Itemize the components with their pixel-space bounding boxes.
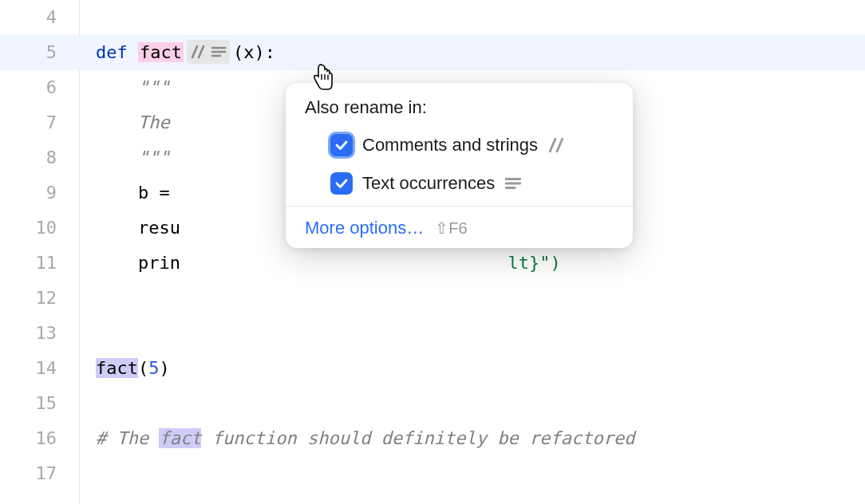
- code-text: resu: [138, 218, 180, 238]
- docstring-quote: """: [138, 77, 170, 97]
- code-line[interactable]: # The fact function should definitely be…: [96, 421, 865, 456]
- line-number: 10: [0, 211, 57, 246]
- shortcut-hint: ⇧F6: [435, 219, 467, 238]
- checkbox-text-occurrences[interactable]: [330, 172, 353, 195]
- code-text: b =: [138, 183, 180, 203]
- rename-inline-options[interactable]: [187, 40, 230, 64]
- code-line[interactable]: [96, 281, 865, 316]
- code-text: prin: [138, 253, 180, 273]
- line-number-gutter: 4 5 6 7 8 9 10 11 12 13 14 15 16 17: [0, 0, 80, 504]
- code-line[interactable]: [96, 0, 865, 35]
- comment-text: # The: [96, 428, 159, 448]
- line-number: 5: [0, 35, 57, 70]
- popup-title: Also rename in:: [286, 97, 633, 129]
- docstring-text: The: [138, 112, 170, 132]
- popup-option-text-occurrences[interactable]: Text occurrences: [286, 167, 633, 199]
- comment-slash-icon: [190, 45, 206, 59]
- line-number: 14: [0, 351, 57, 386]
- popup-option-label: Text occurrences: [362, 173, 495, 194]
- comment-slash-icon: [547, 137, 565, 153]
- check-icon: [334, 138, 349, 152]
- code-line[interactable]: [96, 316, 865, 351]
- code-line[interactable]: prinXXXXXXXXXXXXXXXXXXXXXXXXXXXXXXXlt}"): [96, 246, 865, 281]
- number-literal: 5: [148, 358, 159, 378]
- call-close: ): [159, 358, 169, 378]
- popup-option-label: Comments and strings: [362, 135, 538, 156]
- line-number: 12: [0, 281, 57, 316]
- pointer-cursor-icon: [311, 64, 335, 95]
- line-number: 13: [0, 316, 57, 351]
- text-lines-icon: [504, 176, 522, 191]
- popup-option-comments-strings[interactable]: Comments and strings: [286, 129, 633, 161]
- line-number: 4: [0, 0, 57, 35]
- usage-highlight: fact: [159, 428, 201, 448]
- checkbox-comments-strings[interactable]: [330, 134, 353, 156]
- code-area[interactable]: def fact(x): """ TheXXXXXXXXXXXXXXXXXXXX…: [80, 0, 865, 504]
- string-text: "): [539, 253, 561, 273]
- usage-highlight: fact: [96, 358, 138, 378]
- keyword-def: def: [96, 42, 138, 62]
- line-number: 7: [0, 105, 57, 140]
- popup-footer: More options… ⇧F6: [286, 213, 633, 238]
- docstring-quote: """: [138, 148, 170, 167]
- more-options-link[interactable]: More options…: [305, 218, 424, 238]
- call-open: (: [138, 358, 148, 378]
- check-icon: [334, 176, 349, 191]
- text-lines-icon: [211, 45, 227, 58]
- code-line[interactable]: fact(5): [96, 351, 865, 386]
- editor-root: 4 5 6 7 8 9 10 11 12 13 14 15 16 17 def …: [0, 0, 865, 504]
- fn-params: (x):: [233, 42, 275, 62]
- line-number: 15: [0, 386, 57, 421]
- line-number: 6: [0, 70, 57, 105]
- line-number: 9: [0, 175, 57, 211]
- code-line[interactable]: def fact(x):: [96, 35, 865, 70]
- line-number: 8: [0, 140, 57, 175]
- string-text: lt}: [508, 253, 540, 273]
- rename-target[interactable]: fact: [138, 42, 184, 62]
- line-number: 16: [0, 421, 57, 456]
- popup-divider: [286, 206, 633, 207]
- code-line[interactable]: [96, 386, 865, 421]
- code-line[interactable]: [96, 456, 865, 491]
- line-number: 17: [0, 456, 57, 491]
- line-number: 11: [0, 246, 57, 281]
- comment-text: function should definitely be refactored: [201, 428, 634, 448]
- rename-popup: Also rename in: Comments and strings Tex…: [286, 83, 633, 248]
